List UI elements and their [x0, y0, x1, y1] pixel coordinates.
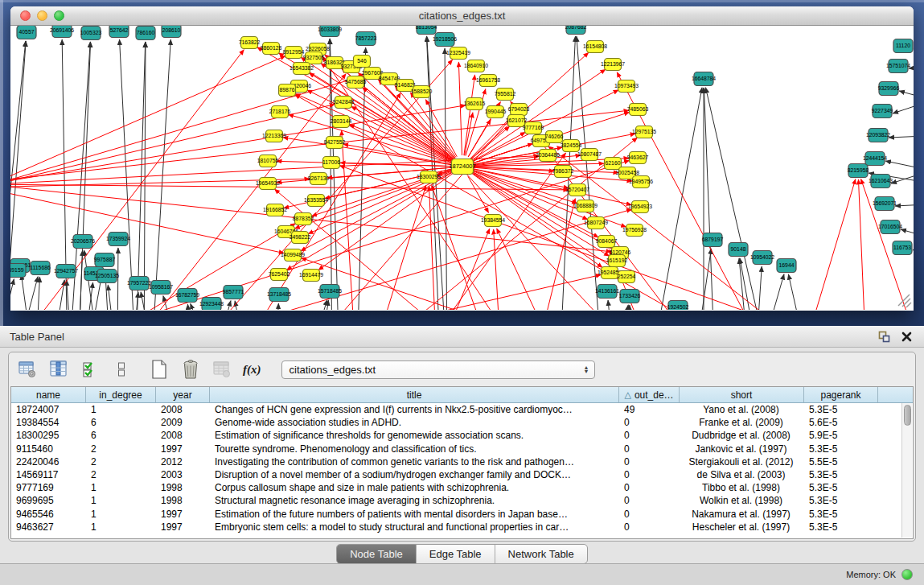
graph-node[interactable]: 18640910: [464, 60, 488, 72]
graph-node[interactable]: 116753: [893, 241, 912, 255]
table-row[interactable]: 969969511998Structural magnetic resonanc…: [11, 494, 901, 507]
column-header-name[interactable]: name: [11, 387, 86, 402]
graph-node[interactable]: 9084067: [596, 236, 618, 248]
edge[interactable]: [608, 300, 614, 310]
edge[interactable]: [858, 179, 866, 310]
edge[interactable]: [77, 250, 83, 310]
graph-node[interactable]: 15720407: [565, 184, 589, 196]
graph-node[interactable]: 14099489: [281, 249, 305, 262]
edge[interactable]: [913, 233, 914, 250]
table-column-settings-icon[interactable]: [17, 359, 38, 380]
edge[interactable]: [342, 130, 355, 310]
graph-node[interactable]: 19495756: [629, 176, 653, 188]
edge[interactable]: [752, 274, 784, 310]
graph-node[interactable]: 1005323: [80, 27, 102, 40]
column-header-short[interactable]: short: [680, 387, 804, 402]
tab-edge-table[interactable]: Edge Table: [417, 545, 495, 563]
edge[interactable]: [629, 305, 630, 310]
graph-node[interactable]: 1115686: [30, 262, 51, 275]
graph-node[interactable]: 16210643: [869, 175, 893, 188]
edge[interactable]: [35, 277, 39, 310]
column-header-pagerank[interactable]: pagerank: [804, 387, 878, 402]
edge[interactable]: [889, 135, 914, 138]
graph-node[interactable]: 8878352: [293, 213, 314, 225]
graph-node[interactable]: 15692071: [873, 197, 897, 211]
edge[interactable]: [120, 39, 136, 310]
edge[interactable]: [885, 161, 914, 173]
graph-node[interactable]: 16648784: [692, 72, 716, 86]
graph-node[interactable]: 7485063: [627, 104, 649, 116]
graph-node[interactable]: 12325419: [446, 47, 470, 60]
edge[interactable]: [474, 155, 581, 166]
graph-node[interactable]: 746266: [545, 131, 564, 143]
graph-node[interactable]: 16154808: [583, 41, 607, 53]
graph-node[interactable]: 16033809: [318, 26, 342, 37]
table-row[interactable]: 1872400712008Changes of HCN gene express…: [11, 403, 901, 416]
graph-node[interactable]: 19218506: [433, 33, 457, 47]
row-height-icon[interactable]: [111, 359, 132, 380]
network-graph[interactable]: 4055720691406100532352764278616020861016…: [10, 26, 914, 310]
network-canvas[interactable]: 4055720691406100532352764278616020861016…: [10, 26, 914, 310]
edge[interactable]: [10, 279, 14, 310]
edge[interactable]: [235, 301, 248, 310]
graph-node[interactable]: 117006: [322, 157, 340, 169]
edge[interactable]: [82, 282, 93, 310]
edge[interactable]: [142, 209, 631, 310]
graph-node[interactable]: 14136161: [595, 285, 619, 299]
graph-node[interactable]: 3824554: [561, 140, 582, 152]
table-row[interactable]: 1830029562008Estimation of significance …: [11, 429, 901, 442]
table-row[interactable]: 911546021997Tourette syndrome. Phenomeno…: [11, 443, 901, 455]
graph-node[interactable]: 1588520: [411, 86, 433, 98]
edge[interactable]: [135, 42, 146, 310]
network-window-titlebar[interactable]: citations_edges.txt: [10, 6, 914, 26]
graph-node[interactable]: 19166852: [263, 204, 287, 216]
vertical-scrollbar[interactable]: [901, 403, 912, 538]
graph-node[interactable]: 16782759: [175, 289, 199, 303]
graph-node[interactable]: 6794028: [508, 104, 530, 116]
graph-node[interactable]: 90148: [729, 243, 748, 257]
edge[interactable]: [899, 91, 914, 103]
edge[interactable]: [67, 280, 72, 310]
graph-node[interactable]: 7955812: [495, 89, 516, 101]
graph-node[interactable]: 10973493: [614, 80, 639, 93]
graph-node[interactable]: 39159: [10, 264, 26, 278]
column-header-year[interactable]: year: [156, 387, 210, 402]
graph-node[interactable]: 1810755: [257, 155, 279, 167]
graph-node[interactable]: 10807487: [577, 149, 602, 161]
edge[interactable]: [655, 88, 702, 310]
graph-node[interactable]: 12093822: [866, 129, 890, 142]
table-row[interactable]: 1938455462009Genome-wide association stu…: [11, 416, 901, 429]
graph-node[interactable]: 1990445: [485, 106, 507, 118]
graph-node[interactable]: 2803144: [331, 116, 352, 128]
column-header-in_degree[interactable]: in_degree: [86, 387, 156, 402]
graph-node[interactable]: 10954022: [750, 251, 774, 265]
graph-node[interactable]: 19384554: [481, 215, 505, 227]
graph-node[interactable]: 9975887: [94, 253, 116, 267]
edge[interactable]: [788, 274, 809, 310]
graph-node[interactable]: 7857223: [355, 32, 377, 46]
edge[interactable]: [10, 105, 466, 186]
edge[interactable]: [901, 229, 914, 241]
table-row[interactable]: 946362711997Embryonic stem cells: a mode…: [11, 521, 901, 534]
graph-node[interactable]: 12213369: [262, 130, 286, 142]
graph-node[interactable]: 62160: [605, 158, 622, 170]
table-row[interactable]: 946554611997Estimation of the future num…: [11, 508, 901, 521]
graph-node[interactable]: 13718485: [267, 288, 291, 302]
graph-node[interactable]: 8267130: [308, 173, 330, 185]
graph-node[interactable]: 12213967: [601, 59, 625, 71]
graph-node[interactable]: 8860128: [261, 43, 282, 55]
edge[interactable]: [10, 56, 285, 190]
graph-node[interactable]: 15751074: [886, 60, 910, 73]
graph-node[interactable]: 786160: [136, 27, 155, 40]
graph-node[interactable]: 8427552: [324, 137, 346, 149]
graph-node[interactable]: 17359924: [106, 233, 130, 246]
graph-node[interactable]: 16914479: [299, 270, 323, 282]
edge[interactable]: [187, 304, 191, 310]
graph-node[interactable]: 16944: [777, 259, 796, 273]
graph-node[interactable]: 7986372: [552, 166, 574, 178]
graph-node[interactable]: 9857771: [223, 286, 244, 299]
graph-node[interactable]: 19654923: [628, 201, 652, 213]
graph-node[interactable]: 16543382: [290, 63, 314, 75]
table-row[interactable]: 1456911722003Disruption of a novel membe…: [11, 468, 901, 481]
edge[interactable]: [351, 106, 453, 161]
